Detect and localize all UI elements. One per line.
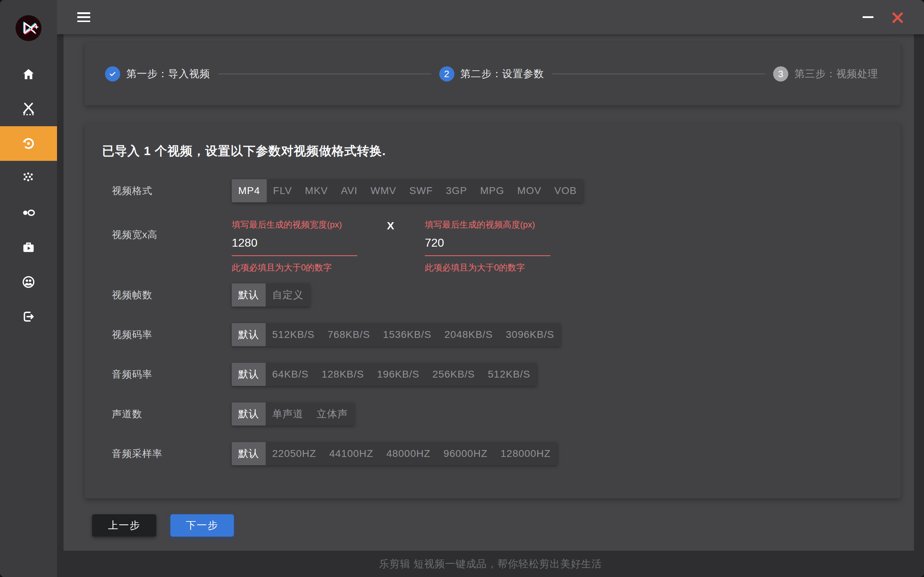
channels-group: 默认 单声道 立体声	[232, 403, 354, 425]
dots-icon	[22, 171, 36, 185]
prev-step-button[interactable]: 上一步	[92, 514, 156, 537]
segment-option[interactable]: 默认	[232, 442, 266, 465]
segment-option[interactable]: 128000HZ	[494, 442, 557, 465]
segment-option[interactable]: 48000HZ	[380, 442, 437, 465]
sidebar-item-edit[interactable]	[0, 92, 57, 126]
row-label: 视频帧数	[112, 288, 232, 301]
row-label: 视频码率	[112, 328, 232, 341]
row-label: 视频宽x高	[112, 219, 232, 241]
form-row-channels: 声道数 默认 单声道 立体声	[112, 403, 883, 425]
panel-heading: 已导入 1 个视频，设置以下参数对视频做格式转换.	[102, 143, 883, 160]
segment-option[interactable]: 默认	[232, 323, 266, 346]
width-input[interactable]	[232, 232, 357, 256]
sidebar	[0, 0, 57, 577]
height-hint: 填写最后生成的视频高度(px)	[425, 219, 551, 230]
segment-option[interactable]: 3GP	[439, 179, 473, 202]
height-field: 填写最后生成的视频高度(px) 此项必填且为大于0的数字	[425, 219, 551, 273]
height-input[interactable]	[425, 232, 551, 256]
segment-option[interactable]: 64KB/S	[266, 363, 315, 386]
segment-option[interactable]: FLV	[267, 179, 299, 202]
form-row-video-format: 视频格式 MP4 FLV MKV AVI WMV SWF 3GP MPG MOV…	[112, 179, 883, 202]
next-step-button[interactable]: 下一步	[170, 514, 234, 537]
segment-option[interactable]: WMV	[364, 179, 403, 202]
step-connector	[218, 74, 431, 74]
segment-option[interactable]: 128KB/S	[315, 363, 371, 386]
segment-option[interactable]: 默认	[232, 363, 266, 386]
logo-icon	[16, 15, 42, 41]
convert-rotate-icon	[22, 137, 36, 150]
video-format-group: MP4 FLV MKV AVI WMV SWF 3GP MPG MOV VOB	[232, 179, 583, 202]
step-1: 第一步：导入视频	[105, 66, 210, 82]
width-field: 填写最后生成的视频宽度(px) 此项必填且为大于0的数字	[232, 219, 357, 273]
app-logo	[0, 0, 57, 41]
segment-option[interactable]: 默认	[232, 284, 266, 306]
video-bitrate-group: 默认 512KB/S 768KB/S 1536KB/S 2048KB/S 309…	[232, 323, 561, 346]
segment-option[interactable]: 196KB/S	[370, 363, 426, 386]
wizard-actions: 上一步 下一步	[92, 514, 914, 537]
footer-slogan: 乐剪辑 短视频一键成品，帮你轻松剪出美好生活	[379, 557, 602, 571]
row-label: 音频码率	[112, 368, 232, 381]
close-button[interactable]	[890, 10, 905, 25]
menu-icon	[77, 12, 90, 14]
segment-option[interactable]: 22050HZ	[266, 442, 323, 465]
segment-option[interactable]: 256KB/S	[426, 363, 481, 386]
logout-icon	[22, 310, 36, 324]
segment-option[interactable]: AVI	[334, 179, 364, 202]
row-label: 视频格式	[112, 184, 232, 197]
scissors-icon	[22, 102, 36, 116]
segment-option[interactable]: MPG	[473, 179, 511, 202]
home-icon	[22, 68, 36, 81]
app-window: 第一步：导入视频 2 第二步：设置参数 3 第三步：视频处理 已导入 1 个视频…	[0, 0, 924, 577]
sidebar-item-effects[interactable]	[0, 161, 57, 195]
segment-option[interactable]: 512KB/S	[481, 363, 537, 386]
step-indicator: 第一步：导入视频 2 第二步：设置参数 3 第三步：视频处理	[85, 43, 901, 105]
sample-rate-group: 默认 22050HZ 44100HZ 48000HZ 96000HZ 12800…	[232, 442, 557, 465]
sidebar-item-convert[interactable]	[0, 126, 57, 161]
form-row-video-bitrate: 视频码率 默认 512KB/S 768KB/S 1536KB/S 2048KB/…	[112, 323, 883, 346]
row-label: 音频采样率	[112, 447, 232, 460]
segment-option[interactable]: SWF	[403, 179, 439, 202]
sidebar-item-record[interactable]	[0, 195, 57, 230]
segment-option[interactable]: MP4	[232, 179, 267, 202]
step-1-check-icon	[105, 66, 120, 82]
form-rows: 视频格式 MP4 FLV MKV AVI WMV SWF 3GP MPG MOV…	[112, 179, 883, 465]
audio-bitrate-group: 默认 64KB/S 128KB/S 196KB/S 256KB/S 512KB/…	[232, 363, 537, 386]
segment-option[interactable]: VOB	[548, 179, 583, 202]
width-hint: 填写最后生成的视频宽度(px)	[232, 219, 357, 230]
step-3-label: 第三步：视频处理	[795, 67, 878, 81]
segment-option[interactable]: 单声道	[266, 403, 310, 425]
segment-option[interactable]: 512KB/S	[266, 323, 321, 346]
segment-option[interactable]: 立体声	[310, 403, 354, 425]
step-2-number: 2	[439, 66, 454, 82]
segment-option[interactable]: 44100HZ	[323, 442, 380, 465]
sidebar-item-videos[interactable]	[0, 230, 57, 265]
form-row-audio-bitrate: 音频码率 默认 64KB/S 128KB/S 196KB/S 256KB/S 5…	[112, 363, 883, 386]
segment-option[interactable]: MKV	[299, 179, 334, 202]
step-3: 3 第三步：视频处理	[773, 66, 878, 82]
segment-option[interactable]: 2048KB/S	[438, 323, 499, 346]
menu-button[interactable]	[77, 12, 90, 22]
minimize-icon	[863, 16, 874, 18]
video-case-icon	[22, 240, 36, 254]
segment-option[interactable]: 3096KB/S	[499, 323, 561, 346]
step-3-number: 3	[773, 66, 788, 82]
segment-option[interactable]: 自定义	[266, 284, 310, 306]
sidebar-item-exit[interactable]	[0, 299, 57, 334]
row-label: 声道数	[112, 408, 232, 421]
step-2: 2 第二步：设置参数	[439, 66, 544, 82]
footer: 乐剪辑 短视频一键成品，帮你轻松剪出美好生活	[57, 551, 924, 577]
step-connector	[552, 74, 766, 74]
sidebar-item-community[interactable]	[0, 265, 57, 299]
segment-option[interactable]: 1536KB/S	[376, 323, 438, 346]
segment-option[interactable]: 96000HZ	[437, 442, 494, 465]
size-separator: X	[387, 220, 394, 232]
frame-rate-group: 默认 自定义	[232, 284, 310, 306]
segment-option[interactable]: 768KB/S	[321, 323, 377, 346]
form-row-frame-rate: 视频帧数 默认 自定义	[112, 284, 883, 306]
segment-option[interactable]: MOV	[511, 179, 548, 202]
sidebar-item-home[interactable]	[0, 57, 57, 92]
titlebar	[57, 0, 924, 34]
main-content: 第一步：导入视频 2 第二步：设置参数 3 第三步：视频处理 已导入 1 个视频…	[63, 34, 914, 551]
minimize-button[interactable]	[862, 11, 874, 23]
segment-option[interactable]: 默认	[232, 403, 266, 425]
